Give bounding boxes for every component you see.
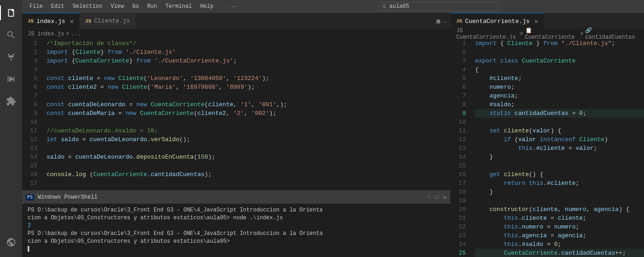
menu-go[interactable]: Go — [128, 2, 142, 11]
terminal-content[interactable]: PS D:\backup de cursos\Oracle\3_Front En… — [22, 204, 450, 257]
left-code-lines: 1 2 3 4 5 6 7 8 9 10 11 12 13 — [22, 39, 450, 190]
right-code-content: ➤ ➤ import { Cliente } from "./Cliente.j… — [471, 39, 644, 257]
left-editor-terminal: 1 2 3 4 5 6 7 8 9 10 11 12 13 — [22, 39, 450, 257]
menu-help[interactable]: Help — [197, 2, 217, 11]
menu-selection[interactable]: Selection — [69, 2, 106, 11]
menu-view[interactable]: View — [107, 2, 128, 11]
activity-icon-files[interactable] — [0, 2, 22, 24]
tab-close-index[interactable]: ✕ — [70, 17, 74, 25]
left-tab-bar: JS index.js ✕ JS Cliente.js ▦ … — [22, 13, 450, 29]
terminal-header: PS Windows PowerShell − □ ✕ — [22, 191, 450, 204]
activity-bar — [0, 0, 22, 257]
svg-point-1 — [8, 54, 10, 56]
activity-icon-search[interactable] — [0, 24, 22, 46]
terminal-line-5: cion a Objetos\05_Constructores y atribu… — [28, 238, 445, 246]
breadcrumb-path: ... — [71, 31, 81, 37]
terminal-title: Windows PowerShell — [38, 194, 98, 200]
nav-arrows: ← → — [225, 3, 236, 10]
right-tab-bar: JS CuentaCorriente.js ✕ — [451, 13, 644, 29]
activity-icon-source-control[interactable] — [0, 46, 22, 68]
split-editor-icon[interactable]: ▦ — [436, 17, 440, 25]
search-text: aula05 — [389, 3, 409, 10]
terminal-controls: − □ ✕ — [427, 194, 447, 201]
editor-layout: JS index.js ✕ JS Cliente.js ▦ … JS index… — [22, 13, 644, 257]
powershell-icon: PS — [26, 194, 34, 200]
menu-terminal[interactable]: Terminal — [162, 2, 196, 11]
activity-icon-extensions[interactable] — [0, 90, 22, 112]
tab-label-cliente: Cliente.js — [94, 17, 130, 24]
terminal-cursor: ▌ — [28, 246, 445, 253]
terminal-restore[interactable]: □ — [435, 194, 439, 201]
top-bar: File Edit Selection View Go Run Terminal… — [22, 0, 644, 13]
tab-label-cc: CuentaCorriente.js — [465, 18, 529, 25]
back-arrow[interactable]: ← — [225, 3, 228, 10]
activity-icon-remote[interactable] — [0, 231, 22, 253]
menu-file[interactable]: File — [26, 2, 46, 11]
svg-point-2 — [13, 54, 15, 56]
tab-close-cc[interactable]: ✕ — [534, 17, 538, 25]
left-code-editor[interactable]: 1 2 3 4 5 6 7 8 9 10 11 12 13 — [22, 39, 450, 190]
right-code-lines: 1 2 3 4 5 6 7 8 9 10 11 12 13 14 — [451, 39, 644, 257]
left-code-content: /*Importación de clases*/ import {Client… — [43, 39, 450, 190]
left-breadcrumb: JS index.js > ... — [22, 29, 450, 39]
right-editor-pane: JS CuentaCorriente.js ✕ JS CuentaCorrien… — [451, 13, 644, 257]
more-actions-icon[interactable]: … — [443, 17, 447, 24]
breadcrumb-cc-prop: 🔗 cantidadCuentas — [585, 27, 638, 40]
activity-icon-run[interactable] — [0, 68, 22, 90]
tab-icon-index: JS — [28, 18, 34, 24]
right-code-editor[interactable]: 1 2 3 4 5 6 7 8 9 10 11 12 13 14 — [451, 39, 644, 257]
menu-bar: File Edit Selection View Go Run Terminal… — [26, 2, 217, 11]
tab-cliente-js[interactable]: JS Cliente.js — [80, 13, 136, 29]
forward-arrow[interactable]: → — [232, 3, 236, 10]
svg-rect-4 — [8, 76, 9, 82]
terminal-line-3: 2 — [28, 222, 445, 230]
menu-edit[interactable]: Edit — [47, 2, 68, 11]
terminal-panel: PS Windows PowerShell − □ ✕ PS D:\backup… — [22, 190, 450, 257]
svg-point-0 — [10, 59, 12, 61]
search-container[interactable]: aula05 — [378, 2, 498, 11]
breadcrumb-sep1: > — [66, 31, 69, 37]
search-bar-area: aula05 — [236, 2, 641, 11]
terminal-line-1: PS D:\backup de cursos\Oracle\3_Front En… — [28, 206, 445, 214]
svg-rect-3 — [14, 76, 15, 82]
terminal-close[interactable]: ✕ — [443, 194, 447, 201]
breadcrumb-cc-class: 📋 CuentaCorriente — [525, 27, 579, 40]
menu-run[interactable]: Run — [144, 2, 161, 11]
right-breadcrumb: JS CuentaCorriente.js > 📋 CuentaCorrient… — [451, 29, 644, 39]
tab-index-js[interactable]: JS index.js ✕ — [22, 13, 80, 29]
main-area: File Edit Selection View Go Run Terminal… — [22, 0, 644, 257]
breadcrumb-file: JS index.js — [28, 31, 64, 37]
left-editor-pane: JS index.js ✕ JS Cliente.js ▦ … JS index… — [22, 13, 451, 257]
tab-cuentacorriente-js[interactable]: JS CuentaCorriente.js ✕ — [451, 13, 544, 29]
tab-icon-cc: JS — [456, 18, 462, 24]
breadcrumb-cc-file: JS CuentaCorriente.js — [456, 28, 518, 40]
tab-label-index: index.js — [36, 18, 65, 25]
tab-icon-cliente: JS — [85, 18, 91, 24]
right-line-numbers: 1 2 3 4 5 6 7 8 9 10 11 12 13 14 — [451, 39, 471, 257]
terminal-minimize[interactable]: − — [427, 194, 430, 201]
terminal-line-2: cion a Objetos\05_Constructores y atribu… — [28, 214, 445, 222]
terminal-line-4: PS D:\backup de cursos\Oracle\3_Front En… — [28, 230, 445, 238]
left-tab-actions: ▦ … — [436, 17, 450, 25]
left-line-numbers: 1 2 3 4 5 6 7 8 9 10 11 12 13 — [22, 39, 43, 190]
